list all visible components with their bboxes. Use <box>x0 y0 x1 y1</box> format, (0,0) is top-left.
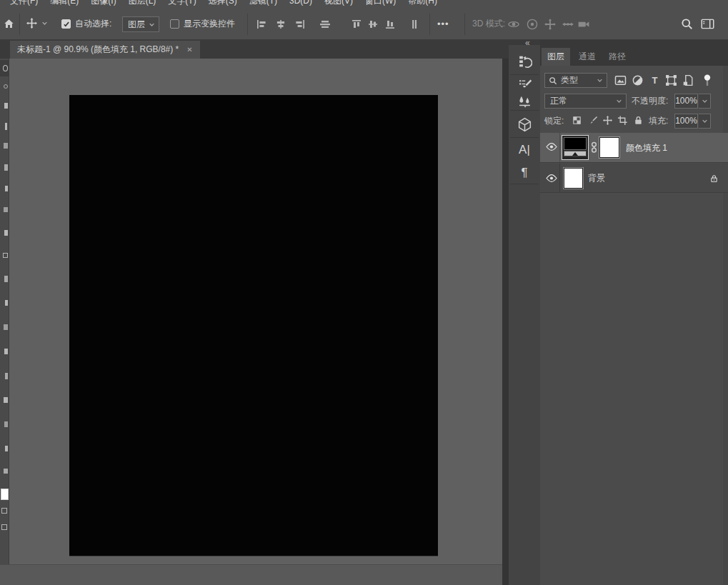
layer-name[interactable]: 背景 <box>588 164 605 193</box>
home-icon[interactable] <box>3 18 15 30</box>
tool-icon-fragment <box>5 373 8 379</box>
lock-pixels-icon[interactable] <box>587 115 598 126</box>
tool-icon-fragment <box>1 508 7 514</box>
align-right-icon[interactable] <box>294 19 306 30</box>
document-canvas[interactable] <box>69 95 438 556</box>
separator <box>510 137 539 138</box>
visibility-eye-icon[interactable] <box>546 142 557 151</box>
align-middle-icon[interactable] <box>367 19 379 30</box>
search-filter-icon <box>549 76 557 85</box>
chevron-down-icon <box>597 77 603 84</box>
show-transform-label: 显示变换控件 <box>184 8 235 40</box>
auto-select-checkbox[interactable] <box>61 19 71 29</box>
3d-slide-icon[interactable] <box>562 18 574 31</box>
tool-icon-fragment <box>4 230 8 236</box>
lock-transparency-icon[interactable] <box>572 115 582 126</box>
tool-icon-fragment <box>4 349 8 354</box>
align-top-icon[interactable] <box>351 19 362 30</box>
document-tab-title: 未标题-1 @ 90.9% (颜色填充 1, RGB/8#) * <box>17 44 179 56</box>
tool-icon-fragment <box>4 143 8 149</box>
filter-toggle-pin-icon[interactable] <box>702 74 714 86</box>
auto-select-target-dropdown[interactable]: 图层 <box>122 16 159 32</box>
menu-edit[interactable]: 编辑(E) <box>50 0 79 8</box>
history-panel-icon[interactable] <box>509 47 540 74</box>
chevron-down-icon <box>616 98 622 104</box>
foreground-color-swatch[interactable] <box>1 489 9 500</box>
filter-type-layers-icon[interactable]: T <box>649 74 661 86</box>
tool-icon-fragment <box>5 446 8 451</box>
opacity-label: 不透明度: <box>632 94 668 109</box>
fill-dropdown-icon[interactable] <box>699 114 711 129</box>
distribute-vertical-icon[interactable] <box>409 19 420 30</box>
tool-icon-fragment <box>5 300 8 306</box>
tools-panel-sliver[interactable] <box>0 59 9 564</box>
menu-image[interactable]: 图像(I) <box>91 0 116 8</box>
layer-row-background[interactable]: 背景 <box>540 164 728 193</box>
menu-select[interactable]: 选择(S) <box>209 0 237 8</box>
3d-panel-icon[interactable] <box>509 111 540 137</box>
layer-name[interactable]: 颜色填充 1 <box>626 133 667 163</box>
menu-help[interactable]: 帮助(H) <box>408 0 437 8</box>
lock-all-icon[interactable] <box>633 115 644 126</box>
fill-layer-thumbnail[interactable] <box>562 135 589 160</box>
3d-camera-icon[interactable] <box>577 18 590 31</box>
document-tab[interactable]: 未标题-1 @ 90.9% (颜色填充 1, RGB/8#) * ✕ <box>10 41 200 59</box>
lock-position-icon[interactable] <box>602 115 613 126</box>
filter-smart-objects-icon[interactable] <box>682 74 694 86</box>
search-icon[interactable] <box>681 18 693 30</box>
tab-close-icon[interactable]: ✕ <box>186 46 192 54</box>
menu-view[interactable]: 视图(V) <box>324 0 353 8</box>
layer-filter-value: 类型 <box>561 74 578 86</box>
background-layer-thumbnail[interactable] <box>564 168 583 189</box>
workspace-switcher-icon[interactable] <box>701 18 714 30</box>
layers-panel: 图层 通道 路径 类型 T <box>540 40 728 585</box>
filter-pixel-layers-icon[interactable] <box>614 74 627 86</box>
menu-items: 文件(F) 编辑(E) 图像(I) 图层(L) 文字(T) 选择(S) 滤镜(T… <box>0 0 728 8</box>
tool-icon-fragment <box>4 207 8 212</box>
filter-shape-layers-icon[interactable] <box>665 74 677 86</box>
lock-artboard-icon[interactable] <box>617 115 628 126</box>
3d-orbit-icon[interactable] <box>507 18 520 31</box>
filter-adjustment-layers-icon[interactable] <box>632 74 644 86</box>
menu-type[interactable]: 文字(T) <box>168 0 196 8</box>
align-left-icon[interactable] <box>256 19 267 30</box>
paragraph-panel-icon[interactable]: ¶ <box>509 161 540 184</box>
blend-mode-dropdown[interactable]: 正常 <box>544 94 627 109</box>
tool-icon-fragment <box>4 469 8 474</box>
menu-filter[interactable]: 滤镜(T) <box>249 0 277 8</box>
character-panel-icon[interactable]: A| <box>509 139 540 161</box>
brushes-panel-icon[interactable] <box>509 93 540 110</box>
menu-3d[interactable]: 3D(D) <box>289 0 312 8</box>
tab-paths[interactable]: 路径 <box>603 48 632 66</box>
align-vertical-centers-icon[interactable] <box>319 19 331 30</box>
fill-color-swatch <box>564 137 587 150</box>
align-horizontal-centers-icon[interactable] <box>275 19 286 30</box>
tab-channels[interactable]: 通道 <box>573 48 602 66</box>
separator <box>510 110 539 111</box>
mask-link-icon[interactable] <box>590 141 598 154</box>
layer-row-color-fill[interactable]: 颜色填充 1 <box>540 133 728 163</box>
tool-icon-fragment <box>4 397 8 403</box>
menu-layer[interactable]: 图层(L) <box>129 0 156 8</box>
tool-icon-fragment <box>5 123 7 130</box>
fill-value[interactable]: 100% <box>674 114 698 129</box>
tool-icon-fragment <box>4 276 8 282</box>
visibility-eye-icon[interactable] <box>546 174 557 182</box>
layer-mask-thumbnail[interactable] <box>599 137 619 158</box>
opacity-value[interactable]: 100% <box>674 94 698 109</box>
tab-layers[interactable]: 图层 <box>542 48 570 66</box>
more-options-button[interactable]: ••• <box>437 8 449 40</box>
move-tool-preset-button[interactable] <box>26 17 48 29</box>
opacity-dropdown-icon[interactable] <box>699 94 711 109</box>
align-bottom-icon[interactable] <box>384 19 396 30</box>
3d-roll-icon[interactable] <box>526 18 539 31</box>
show-transform-checkbox[interactable] <box>170 19 179 29</box>
menu-window[interactable]: 窗口(W) <box>365 0 396 8</box>
brush-settings-panel-icon[interactable] <box>509 76 540 93</box>
tool-icon-fragment <box>3 65 8 71</box>
auto-select-target-value: 图层 <box>128 19 145 31</box>
layer-filter-dropdown[interactable]: 类型 <box>544 73 607 88</box>
menu-file[interactable]: 文件(F) <box>10 0 38 8</box>
3d-pan-icon[interactable] <box>544 18 557 31</box>
chevron-down-icon <box>41 20 48 26</box>
